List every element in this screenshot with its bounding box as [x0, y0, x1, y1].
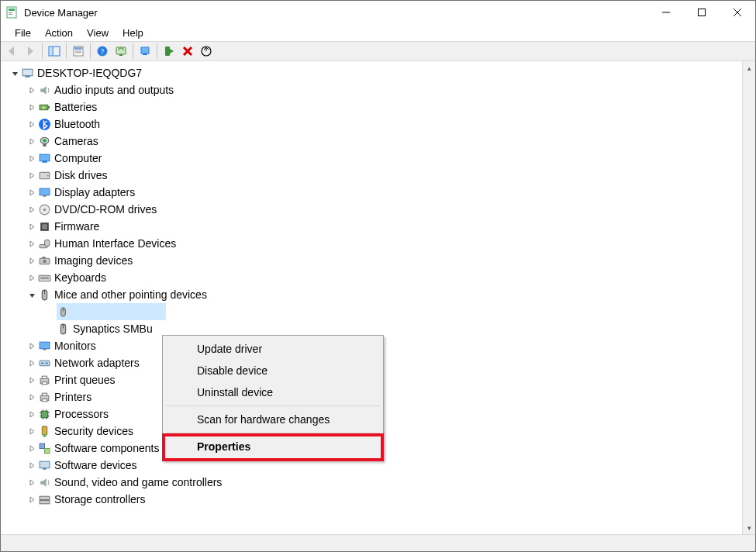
- context-menu-item[interactable]: Uninstall device: [164, 381, 381, 403]
- scan-hardware-button[interactable]: [112, 43, 130, 60]
- minimize-button[interactable]: [648, 1, 684, 24]
- svg-rect-81: [40, 461, 50, 468]
- close-button[interactable]: [720, 1, 755, 24]
- svg-point-36: [47, 174, 49, 176]
- enable-device-button[interactable]: [160, 43, 178, 60]
- tree-category[interactable]: Display adapters: [1, 184, 742, 201]
- svg-rect-42: [42, 224, 47, 229]
- expand-icon[interactable]: [26, 84, 38, 96]
- category-icon: [38, 425, 51, 438]
- expand-icon[interactable]: [26, 374, 38, 386]
- expand-icon[interactable]: [26, 408, 38, 420]
- context-menu-item[interactable]: Disable device: [164, 360, 381, 381]
- menu-view[interactable]: View: [81, 26, 115, 40]
- expand-icon[interactable]: [26, 186, 38, 198]
- tree-item-label: Firmware: [54, 220, 99, 233]
- scroll-up-icon[interactable]: ▴: [743, 61, 756, 74]
- tree-category[interactable]: Bluetooth: [1, 116, 742, 133]
- expand-icon[interactable]: [26, 459, 38, 471]
- svg-rect-68: [41, 411, 48, 418]
- svg-rect-33: [40, 154, 50, 161]
- expand-icon[interactable]: [26, 425, 38, 437]
- tree-item-label: Imaging devices: [54, 254, 133, 267]
- svg-rect-38: [43, 195, 46, 196]
- menu-action[interactable]: Action: [39, 26, 79, 40]
- update-driver-button[interactable]: [136, 43, 154, 60]
- expand-icon[interactable]: [26, 340, 38, 352]
- tree-device[interactable]: [1, 303, 742, 320]
- expand-icon[interactable]: [26, 135, 38, 147]
- tree-item-label: Mice and other pointing devices: [54, 288, 207, 301]
- tree-category[interactable]: Audio inputs and outputs: [1, 81, 742, 98]
- mouse-icon: [57, 305, 70, 319]
- category-icon: [38, 408, 51, 421]
- app-icon: [5, 6, 18, 19]
- category-icon: [38, 288, 51, 302]
- expand-icon[interactable]: [26, 493, 38, 505]
- vertical-scrollbar[interactable]: ▴ ▾: [742, 61, 755, 534]
- expand-icon[interactable]: [26, 152, 38, 164]
- tree-category[interactable]: Batteries: [1, 98, 742, 116]
- tree-category[interactable]: Imaging devices: [1, 252, 742, 269]
- expand-icon[interactable]: [26, 442, 38, 454]
- tree-category[interactable]: Firmware: [1, 218, 742, 235]
- expand-icon[interactable]: [26, 391, 38, 403]
- svg-rect-44: [45, 240, 50, 247]
- svg-rect-28: [48, 105, 50, 108]
- tree-item-label: Synaptics SMBu: [73, 323, 153, 335]
- svg-rect-79: [40, 443, 44, 448]
- collapse-icon[interactable]: [9, 67, 21, 79]
- category-icon: [38, 237, 51, 250]
- properties-button[interactable]: [69, 43, 88, 60]
- context-menu-item[interactable]: Scan for hardware changes: [164, 409, 381, 430]
- svg-rect-18: [119, 54, 123, 56]
- expand-icon[interactable]: [26, 169, 38, 181]
- tree-item-label: Monitors: [54, 340, 96, 352]
- svg-rect-59: [40, 361, 50, 365]
- expand-icon[interactable]: [26, 220, 38, 233]
- expand-icon[interactable]: [26, 237, 38, 250]
- svg-rect-5: [699, 9, 706, 16]
- tree-category[interactable]: Mice and other pointing devices: [1, 286, 742, 303]
- svg-rect-64: [42, 381, 47, 384]
- menu-file[interactable]: File: [9, 26, 37, 40]
- tree-root[interactable]: DESKTOP-IEQQDG7: [1, 64, 742, 81]
- uninstall-device-button[interactable]: [178, 43, 197, 60]
- category-icon: [38, 220, 51, 233]
- show-hide-tree-button[interactable]: [45, 43, 64, 60]
- device-tree[interactable]: DESKTOP-IEQQDG7Audio inputs and outputsB…: [1, 61, 742, 534]
- category-icon: [38, 357, 51, 370]
- tree-category[interactable]: Human Interface Devices: [1, 235, 742, 252]
- toolbar-separator: [42, 43, 43, 59]
- tree-category[interactable]: Keyboards: [1, 269, 742, 286]
- expand-icon[interactable]: [26, 203, 38, 216]
- help-button[interactable]: ?: [93, 43, 112, 60]
- category-icon: [38, 271, 51, 285]
- expand-icon[interactable]: [26, 101, 38, 113]
- menubar: File Action View Help: [1, 24, 755, 41]
- maximize-button[interactable]: [684, 1, 720, 24]
- forward-button[interactable]: [21, 43, 40, 60]
- tree-category[interactable]: Disk drives: [1, 167, 742, 184]
- tree-category[interactable]: Computer: [1, 150, 742, 167]
- expand-icon[interactable]: [26, 118, 38, 130]
- context-menu-item[interactable]: Properties: [164, 436, 381, 457]
- tree-category[interactable]: Storage controllers: [1, 491, 742, 508]
- toolbar: ?: [1, 41, 755, 61]
- collapse-icon[interactable]: [26, 288, 38, 301]
- menu-help[interactable]: Help: [116, 26, 150, 40]
- tree-category[interactable]: Cameras: [1, 133, 742, 150]
- scroll-down-icon[interactable]: ▾: [743, 521, 756, 534]
- context-menu-item[interactable]: Update driver: [164, 338, 381, 360]
- expand-icon[interactable]: [26, 271, 38, 284]
- expand-icon[interactable]: [26, 476, 38, 488]
- tree-category[interactable]: Sound, video and game controllers: [1, 474, 742, 491]
- tree-category[interactable]: DVD/CD-ROM drives: [1, 201, 742, 218]
- toolbar-separator: [157, 43, 157, 59]
- tree-item-label: Disk drives: [54, 169, 107, 181]
- disable-device-button[interactable]: [197, 43, 216, 60]
- expand-icon[interactable]: [26, 254, 38, 267]
- back-button[interactable]: [2, 43, 21, 60]
- tree-item-label: Computer: [54, 152, 102, 164]
- expand-icon[interactable]: [26, 357, 38, 369]
